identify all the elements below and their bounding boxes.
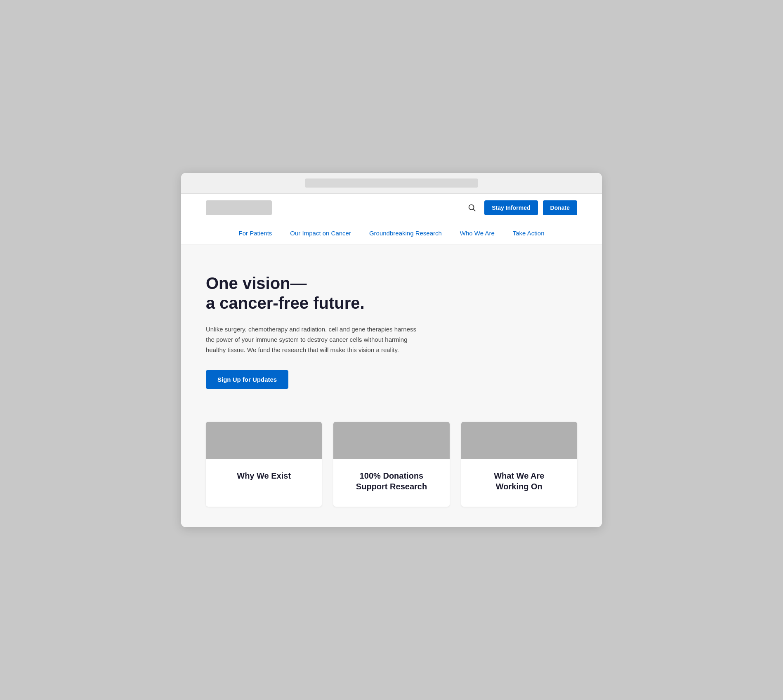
hero-body: Unlike surgery, chemotherapy and radiati… [206, 324, 425, 355]
header-actions: Stay Informed Donate [465, 200, 577, 215]
nav-item-our-impact[interactable]: Our Impact on Cancer [281, 222, 360, 244]
card-body-donations: 100% DonationsSupport Research [333, 459, 449, 507]
hero-section: One vision— a cancer-free future. Unlike… [181, 244, 602, 409]
logo [206, 200, 272, 215]
browser-window: Stay Informed Donate For Patients Our Im… [181, 173, 602, 527]
card-why-we-exist[interactable]: Why We Exist [206, 422, 322, 507]
search-button[interactable] [465, 200, 479, 215]
card-donations[interactable]: 100% DonationsSupport Research [333, 422, 449, 507]
nav-item-take-action[interactable]: Take Action [504, 222, 554, 244]
card-title-why-we-exist: Why We Exist [216, 470, 312, 481]
card-image-why-we-exist [206, 422, 322, 459]
hero-title: One vision— a cancer-free future. [206, 273, 433, 313]
site-header: Stay Informed Donate [181, 194, 602, 222]
signup-button[interactable]: Sign Up for Updates [206, 370, 288, 389]
address-bar[interactable] [305, 179, 478, 188]
cards-section: Why We Exist 100% DonationsSupport Resea… [181, 409, 602, 527]
card-body-working-on: What We AreWorking On [461, 459, 577, 507]
site-nav: For Patients Our Impact on Cancer Ground… [181, 222, 602, 244]
svg-point-0 [469, 205, 474, 210]
card-title-donations: 100% DonationsSupport Research [343, 470, 439, 492]
svg-line-1 [473, 209, 475, 211]
card-working-on[interactable]: What We AreWorking On [461, 422, 577, 507]
card-image-donations [333, 422, 449, 459]
stay-informed-button[interactable]: Stay Informed [484, 200, 538, 215]
browser-chrome [181, 173, 602, 194]
card-title-working-on: What We AreWorking On [471, 470, 567, 492]
nav-item-who-we-are[interactable]: Who We Are [451, 222, 504, 244]
search-icon [467, 203, 476, 212]
nav-item-for-patients[interactable]: For Patients [229, 222, 281, 244]
nav-item-groundbreaking-research[interactable]: Groundbreaking Research [360, 222, 451, 244]
card-body-why-we-exist: Why We Exist [206, 459, 322, 496]
donate-button[interactable]: Donate [543, 200, 577, 215]
card-image-working-on [461, 422, 577, 459]
